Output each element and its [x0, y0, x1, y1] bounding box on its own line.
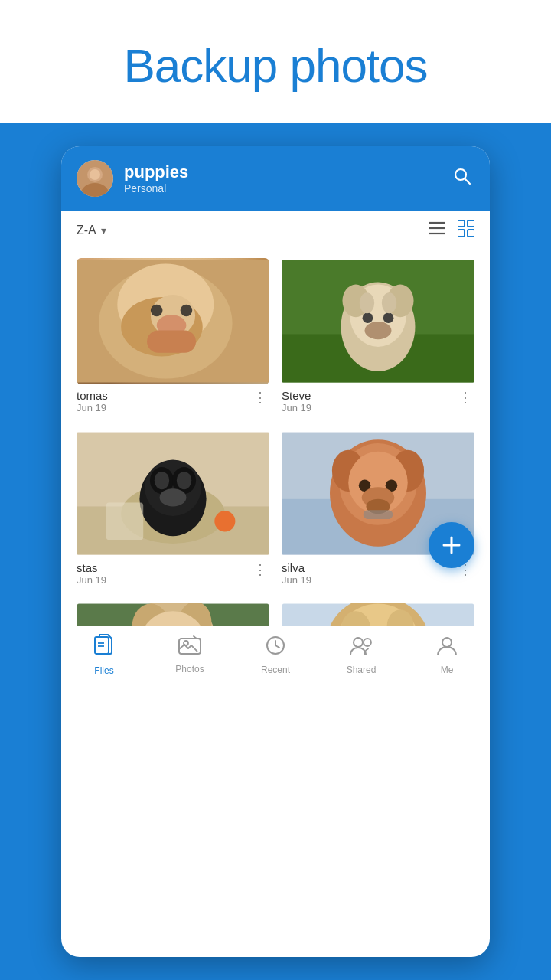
sort-label: Z-A: [77, 224, 96, 237]
photo-meta: Steve Jun 19: [282, 389, 311, 413]
svg-point-41: [177, 472, 191, 489]
nav-item-photos[interactable]: Photos: [147, 635, 233, 675]
me-icon: [436, 635, 458, 662]
files-icon: [93, 634, 115, 662]
bottom-navigation: Files Photos: [61, 626, 490, 682]
photo-thumbnail[interactable]: [77, 603, 269, 626]
photo-grid: tomas Jun 19 ⋮: [77, 258, 474, 626]
avatar: [77, 160, 113, 197]
more-options-button[interactable]: ⋮: [252, 390, 269, 404]
svg-rect-10: [468, 220, 474, 227]
svg-rect-11: [458, 230, 465, 237]
photo-thumbnail[interactable]: [77, 258, 269, 384]
svg-point-18: [151, 305, 163, 317]
list-item: stas Jun 19 ⋮: [77, 430, 269, 590]
more-options-button[interactable]: ⋮: [457, 390, 474, 404]
list-item: Steve Jun 19 ⋮: [282, 258, 474, 418]
photo-date: Jun 19: [77, 574, 106, 586]
svg-point-28: [363, 312, 373, 323]
svg-rect-56: [364, 510, 393, 519]
nav-item-me[interactable]: Me: [404, 635, 490, 675]
nav-label-photos: Photos: [175, 664, 204, 675]
list-view-button[interactable]: [429, 221, 445, 239]
photo-meta: stas Jun 19: [77, 561, 106, 586]
page-title: Backup photos: [31, 38, 520, 93]
svg-point-31: [360, 292, 374, 313]
nav-item-files[interactable]: Files: [61, 634, 147, 676]
header-text: puppies Personal: [124, 162, 439, 194]
photo-name: Steve: [282, 389, 311, 402]
sort-selector[interactable]: Z-A ▾: [77, 224, 106, 237]
photo-meta: silva Jun 19: [282, 561, 311, 586]
photo-date: Jun 19: [282, 574, 311, 586]
svg-line-78: [276, 645, 279, 648]
add-button[interactable]: [429, 522, 474, 568]
nav-label-files: Files: [94, 665, 113, 676]
folder-name: puppies: [124, 162, 439, 182]
photo-thumbnail[interactable]: [282, 603, 474, 626]
blue-section: puppies Personal Z-A ▾: [0, 123, 551, 980]
svg-point-19: [181, 305, 193, 317]
list-item: [282, 603, 474, 626]
app-root: Backup photos puppies Personal: [0, 0, 551, 980]
svg-point-32: [382, 292, 396, 313]
list-item: tomas Jun 19 ⋮: [77, 258, 269, 418]
svg-rect-44: [106, 503, 143, 540]
svg-point-80: [364, 639, 371, 646]
photo-info: stas Jun 19 ⋮: [77, 561, 269, 590]
photo-thumbnail[interactable]: [77, 430, 269, 557]
shared-icon: [349, 635, 373, 662]
list-item: [77, 603, 269, 626]
toolbar: Z-A ▾: [61, 211, 490, 250]
photo-name: stas: [77, 561, 106, 574]
svg-line-5: [465, 179, 471, 185]
svg-point-40: [155, 472, 169, 489]
more-options-button[interactable]: ⋮: [252, 563, 269, 577]
photo-meta: tomas Jun 19: [77, 389, 108, 413]
nav-label-shared: Shared: [347, 665, 377, 675]
photo-info: tomas Jun 19 ⋮: [77, 389, 269, 418]
svg-point-29: [383, 312, 394, 323]
photo-name: silva: [282, 561, 311, 574]
svg-point-81: [442, 638, 452, 647]
photos-icon: [178, 635, 201, 661]
svg-rect-12: [468, 230, 474, 237]
photo-name: tomas: [77, 389, 108, 402]
content-area: tomas Jun 19 ⋮: [61, 250, 490, 626]
svg-point-3: [90, 169, 100, 180]
nav-item-shared[interactable]: Shared: [318, 635, 404, 675]
svg-rect-9: [458, 220, 465, 227]
svg-point-30: [365, 322, 392, 339]
photo-date: Jun 19: [282, 402, 311, 413]
nav-item-recent[interactable]: Recent: [233, 635, 318, 675]
search-button[interactable]: [450, 164, 474, 193]
photo-thumbnail[interactable]: [282, 258, 474, 384]
header-subtitle: Personal: [124, 182, 439, 194]
svg-rect-71: [95, 637, 109, 654]
svg-rect-21: [147, 331, 196, 353]
grid-view-button[interactable]: [458, 220, 474, 240]
chevron-down-icon: ▾: [101, 224, 106, 237]
nav-label-me: Me: [441, 665, 454, 675]
svg-point-79: [354, 638, 363, 647]
photo-info: Steve Jun 19 ⋮: [282, 389, 474, 418]
svg-point-43: [214, 511, 235, 531]
phone-card: puppies Personal Z-A ▾: [61, 146, 490, 957]
app-header: puppies Personal: [61, 146, 490, 211]
recent-icon: [265, 635, 286, 662]
photo-date: Jun 19: [77, 402, 108, 413]
title-band: Backup photos: [0, 0, 551, 123]
toolbar-right: [429, 220, 474, 240]
nav-label-recent: Recent: [261, 665, 290, 675]
svg-point-42: [160, 488, 187, 506]
